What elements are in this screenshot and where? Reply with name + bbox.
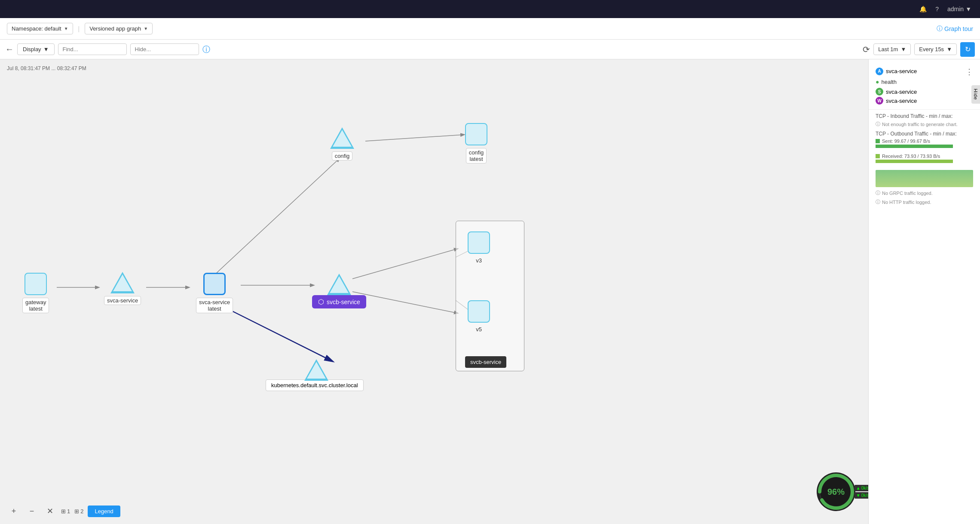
received-bar — [876, 160, 953, 163]
legend-button[interactable]: Legend — [88, 506, 120, 517]
node-svcb-service[interactable]: ⬡ svcb-service — [312, 274, 366, 308]
graph-type-dropdown[interactable]: Versioned app graph ▼ — [85, 23, 153, 34]
svcb-tooltip: svcb-service — [465, 356, 506, 368]
gauge-download: ▼0k/s — [854, 492, 868, 499]
more-options-button[interactable]: ⋮ — [965, 67, 973, 77]
interval-dropdown[interactable]: Every 15s ▼ — [914, 43, 957, 55]
gateway-latest-shape — [24, 273, 47, 295]
layout2-button[interactable]: ⊞ 2 — [74, 508, 83, 515]
refresh-icon: ↻ — [965, 45, 971, 53]
sent-bar — [876, 145, 953, 148]
graph-area[interactable]: Jul 8, 08:31:47 PM ... 08:32:47 PM — [0, 59, 868, 524]
no-grpc-icon: ⓘ — [876, 190, 880, 196]
sent-legend: Sent: 99.67 / 99.67 B/s — [876, 139, 973, 144]
node-v5[interactable]: v5 — [468, 300, 490, 333]
main-area: Jul 8, 08:31:47 PM ... 08:32:47 PM — [0, 59, 980, 524]
svca-service-latest-shape — [203, 273, 226, 295]
panel-service-section: A svca-service ⋮ ● health S svca-service… — [869, 64, 980, 110]
layout2-icon: ⊞ — [74, 508, 79, 515]
svcb-group-box — [456, 221, 524, 371]
display-caret-icon: ▼ — [43, 46, 49, 52]
find-input[interactable] — [58, 43, 127, 55]
display-label: Display — [23, 46, 41, 52]
kubernetes-node[interactable]: kubernetes.default.svc.cluster.local — [266, 379, 364, 391]
gauge-up-label: 0k/s — [861, 486, 868, 490]
node-svca-service[interactable]: svca-service — [104, 272, 141, 305]
layout1-button[interactable]: ⊞ 1 — [61, 508, 70, 515]
gauge-down-label: 0k/s — [861, 493, 868, 498]
config-latest-shape — [465, 123, 487, 145]
zoom-in-icon: + — [12, 507, 16, 516]
svg-line-7 — [219, 305, 331, 361]
time-range-dropdown[interactable]: Last 1m ▼ — [873, 43, 911, 55]
zoom-out-button[interactable]: − — [25, 504, 39, 518]
svg-line-6 — [352, 292, 458, 313]
gateway-latest-label: gatewaylatest — [22, 298, 49, 313]
service-a-label: svca-service — [886, 68, 917, 74]
service-w-label: svca-service — [886, 98, 917, 104]
hide-input[interactable] — [130, 43, 199, 55]
bell-icon[interactable]: 🔔 — [919, 6, 927, 12]
bottom-toolbar: + − ✕ ⊞ 1 ⊞ 2 Legend — [7, 504, 120, 518]
svcb-service-badge: ⬡ svcb-service — [312, 295, 366, 308]
refresh-button[interactable]: ↻ — [960, 42, 975, 57]
svca-service-latest-label: svca-servicelatest — [196, 298, 233, 313]
badge-w: W — [876, 97, 883, 105]
service-a-row: A svca-service — [876, 68, 917, 75]
sent-bar-container — [876, 145, 973, 152]
interval-label: Every 15s — [919, 46, 944, 52]
received-dot-icon — [876, 154, 880, 158]
v5-label: v5 — [473, 325, 484, 333]
node-config-latest[interactable]: configlatest — [465, 123, 487, 163]
fit-graph-button[interactable]: ✕ — [43, 504, 57, 518]
node-v3[interactable]: v3 — [468, 231, 490, 265]
time-range-caret-icon: ▼ — [900, 46, 906, 52]
service-s-row: S svca-service — [876, 88, 973, 96]
service-w-row: W svca-service — [876, 97, 973, 105]
svcb-service-triangle — [327, 274, 351, 295]
config-latest-label: configlatest — [466, 148, 487, 163]
badge-a: A — [876, 68, 883, 75]
node-svca-service-latest[interactable]: svca-servicelatest — [196, 273, 233, 313]
zoom-in-button[interactable]: + — [7, 504, 21, 518]
traffic-section: TCP - Inbound Traffic - min / max: ⓘ Not… — [869, 110, 980, 209]
no-http-label: No HTTP traffic logged. — [882, 200, 931, 205]
namespace-caret-icon: ▼ — [64, 26, 68, 31]
graph-tour-link[interactable]: ⓘ Graph tour — [937, 25, 973, 33]
kubernetes-label: kubernetes.default.svc.cluster.local — [271, 382, 358, 388]
no-grpc-label: No GRPC traffic logged. — [882, 191, 933, 196]
no-grpc-message: ⓘ No GRPC traffic logged. — [876, 190, 973, 196]
topbar: 🔔 ? admin ▼ — [0, 0, 980, 18]
svg-line-3 — [365, 135, 464, 141]
graph-tour-label: Graph tour — [944, 25, 973, 32]
health-row: ● health — [876, 78, 973, 85]
received-legend: Received: 73.93 / 73.93 B/s — [876, 154, 973, 159]
svg-text:96%: 96% — [827, 487, 845, 496]
v3-shape — [468, 231, 490, 254]
received-label: Received: 73.93 / 73.93 B/s — [882, 154, 940, 159]
node-config[interactable]: config — [330, 127, 354, 160]
kubernetes-triangle — [304, 359, 328, 381]
display-button[interactable]: Display ▼ — [17, 43, 55, 55]
svcb-icon: ⬡ — [318, 298, 324, 306]
svg-line-2 — [215, 158, 340, 274]
subnav: Namespace: default ▼ | Versioned app gra… — [0, 18, 980, 40]
graph-type-label: Versioned app graph — [89, 25, 141, 32]
graph-tour-help-icon: ⓘ — [937, 25, 943, 33]
help-icon[interactable]: ? — [935, 6, 939, 12]
traffic-chart — [876, 170, 973, 187]
svg-line-5 — [352, 249, 458, 279]
svca-service-shape — [110, 272, 135, 293]
tcp-inbound-note: ⓘ Not enough traffic to generate chart. — [876, 121, 973, 127]
namespace-dropdown[interactable]: Namespace: default ▼ — [7, 23, 73, 34]
service-s-label: svca-service — [886, 89, 917, 95]
layout1-label: 1 — [67, 508, 70, 515]
v3-label: v3 — [473, 256, 484, 265]
panel-hide-button[interactable]: Hide — [971, 85, 980, 104]
toolbar: ← Display ▼ ⓘ ⟳ Last 1m ▼ Every 15s ▼ ↻ — [0, 40, 980, 59]
badge-s: S — [876, 88, 883, 96]
tcp-inbound-note-text: Not enough traffic to generate chart. — [882, 122, 958, 127]
received-bar-container — [876, 160, 973, 167]
back-button[interactable]: ← — [5, 44, 14, 54]
node-gateway-latest[interactable]: gatewaylatest — [22, 273, 49, 313]
